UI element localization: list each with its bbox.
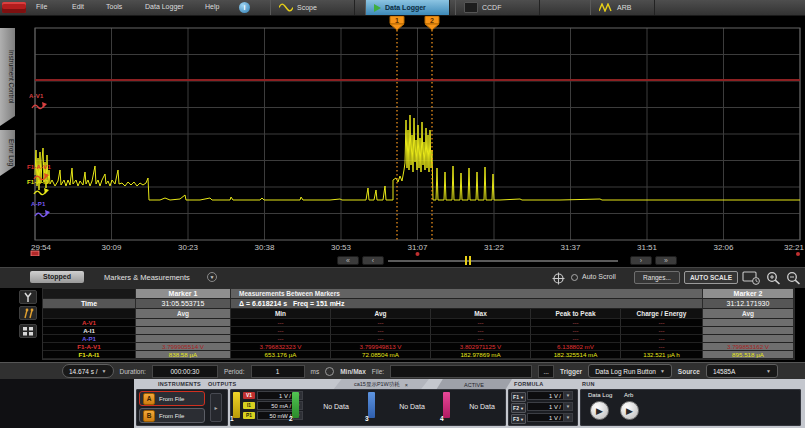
play-icon — [374, 4, 381, 12]
zoom-out-icon[interactable] — [786, 271, 802, 285]
marker1-stat-header: Avg — [136, 309, 231, 319]
scrollbar-handle[interactable] — [469, 256, 471, 265]
cell-m2 — [703, 327, 794, 335]
row-name: F1-A-I1 — [43, 351, 136, 359]
tab-data-logger[interactable]: Data Logger — [365, 0, 450, 15]
time-column-header: Time — [43, 299, 136, 309]
trace-label-f1-a-v1: F1-A-V1 — [27, 164, 51, 170]
charge-energy-header: Charge / Energy — [621, 309, 703, 319]
outputs-panel: 1 V1 1 V /▼ I1 50 mA /▼ P1 50 mW /▼ 2 No… — [230, 389, 506, 426]
source-dropdown[interactable]: 14585A▼ — [706, 364, 778, 378]
marker2-handle[interactable]: 2 — [425, 16, 439, 240]
cell-min: 653.176 µA — [231, 351, 331, 359]
info-icon[interactable]: i — [239, 2, 250, 13]
cell-charge: --- — [621, 335, 703, 343]
auto-scroll-radio[interactable] — [571, 274, 578, 281]
marker2-time: 31:12.171930 — [703, 299, 794, 309]
arb-run-button[interactable]: ▶ — [620, 401, 639, 420]
instruments-expander[interactable]: ▸ — [210, 393, 222, 422]
measurement-settings-button[interactable] — [19, 290, 37, 304]
instrument-b-badge: B — [143, 410, 155, 422]
formula-f2-range-dropdown[interactable]: 1 V /▼ — [527, 402, 573, 411]
instrument-b-button[interactable]: B From File — [139, 408, 205, 423]
wrench-icon — [21, 292, 35, 303]
grid-view-button[interactable] — [19, 324, 37, 338]
marker2-header[interactable]: Marker 2 — [703, 289, 794, 299]
instrument-a-badge: A — [143, 393, 155, 405]
cell-m2 — [703, 335, 794, 343]
channel4-number: 4 — [440, 415, 444, 422]
menu-edit[interactable]: Edit — [72, 3, 84, 10]
ranges-button[interactable]: Ranges... — [634, 271, 680, 284]
cell-m1: 3.799905514 V — [136, 343, 231, 351]
menu-file[interactable]: File — [36, 3, 47, 10]
formula-f3-button[interactable]: F3▼ — [511, 414, 526, 424]
minmax-checkbox[interactable] — [325, 367, 334, 376]
tab-ccdf[interactable]: CCDF — [455, 0, 540, 15]
cell-min: --- — [231, 319, 331, 327]
menu-help[interactable]: Help — [205, 3, 219, 10]
cell-max: --- — [431, 335, 531, 343]
scroll-step-left-button[interactable]: ‹ — [362, 256, 384, 265]
outputs-header: OUTPUTS — [208, 381, 236, 387]
sine-icon — [279, 3, 293, 12]
marker1-handle[interactable]: 1 — [390, 16, 404, 240]
zoom-in-icon[interactable] — [766, 271, 782, 285]
chevron-down-icon: ▼ — [563, 392, 572, 399]
formula-panel: F1▼ 1 V /▼ F2▼ 1 V /▼ F3▼ 1 V /▼ — [508, 389, 578, 426]
a-p1-arrow-icon — [34, 209, 50, 218]
marker-tools-button[interactable] — [19, 306, 37, 320]
chevron-down-icon[interactable]: ▼ — [207, 272, 217, 282]
time-scrollbar: « ‹ › » — [28, 255, 805, 267]
browse-button[interactable]: ... — [538, 365, 554, 378]
channel3-number: 3 — [365, 415, 369, 422]
cell-max: 182.97869 mA — [431, 351, 531, 359]
sidebar-tab-instrument-control[interactable]: Instrument Control — [0, 28, 15, 126]
svg-text:31:22: 31:22 — [484, 243, 505, 252]
scroll-step-right-button[interactable]: › — [630, 256, 652, 265]
scrollbar-handle[interactable] — [465, 256, 467, 265]
crosshair-icon[interactable] — [552, 272, 565, 285]
cell-avg: --- — [331, 327, 431, 335]
formula-f2-button[interactable]: F2▼ — [511, 403, 526, 413]
marker2-stat-header: Avg — [703, 309, 794, 319]
svg-text:31:37: 31:37 — [560, 243, 581, 252]
cell-p2p: 182.325514 mA — [531, 351, 621, 359]
scroll-page-right-button[interactable]: » — [655, 256, 677, 265]
measurements-table: Marker 1 Measurements Between Markers Ma… — [42, 288, 795, 360]
tab-arb-label: ARB — [617, 4, 631, 11]
duration-field[interactable]: 000:00:30 — [152, 365, 218, 378]
menubar: File Edit Tools Data Logger Help i Scope… — [0, 0, 805, 16]
tab-power-profile-label: ca15显示P1W功耗 — [354, 381, 400, 388]
close-icon[interactable]: × — [405, 382, 408, 388]
menu-data-logger[interactable]: Data Logger — [145, 3, 184, 10]
menu-tools[interactable]: Tools — [106, 3, 122, 10]
svg-text:31:51: 31:51 — [637, 243, 658, 252]
svg-text:30:09: 30:09 — [101, 243, 122, 252]
trigger-dropdown[interactable]: Data Log Run Button▼ — [588, 364, 672, 378]
sidebar-tab-error-log[interactable]: Error Log — [0, 130, 15, 176]
tab-scope[interactable]: Scope — [270, 0, 355, 15]
rate-dropdown[interactable]: 14.674 s /▼ — [62, 364, 114, 378]
source-value: 14585A — [713, 368, 735, 375]
period-field[interactable]: 1 — [251, 365, 305, 378]
formula-f1-range-dropdown[interactable]: 1 V /▼ — [527, 391, 573, 400]
display-scale-icon[interactable] — [742, 271, 761, 285]
cell-max: --- — [431, 319, 531, 327]
file-field[interactable] — [390, 365, 532, 378]
scroll-page-left-button[interactable]: « — [337, 256, 359, 265]
formula-f1-button[interactable]: F1▼ — [511, 392, 526, 402]
tab-arb[interactable]: ARB — [590, 0, 655, 15]
formula-f3-range-dropdown[interactable]: 1 V /▼ — [527, 413, 573, 422]
cell-m1 — [136, 335, 231, 343]
channel2-number: 2 — [289, 415, 293, 422]
marker1-header[interactable]: Marker 1 — [136, 289, 231, 299]
data-log-run-button[interactable]: ▶ — [590, 401, 609, 420]
acquisition-controls: 14.674 s /▼ Duration: 000:00:30 Period: … — [0, 362, 805, 379]
instrument-a-button[interactable]: A From File — [139, 391, 205, 406]
bottom-left-spacer — [0, 379, 134, 428]
source-label: Source — [678, 368, 700, 375]
scrollbar-track[interactable] — [388, 260, 618, 262]
svg-text:30:53: 30:53 — [331, 243, 352, 252]
auto-scale-button[interactable]: AUTO SCALE — [684, 271, 738, 284]
